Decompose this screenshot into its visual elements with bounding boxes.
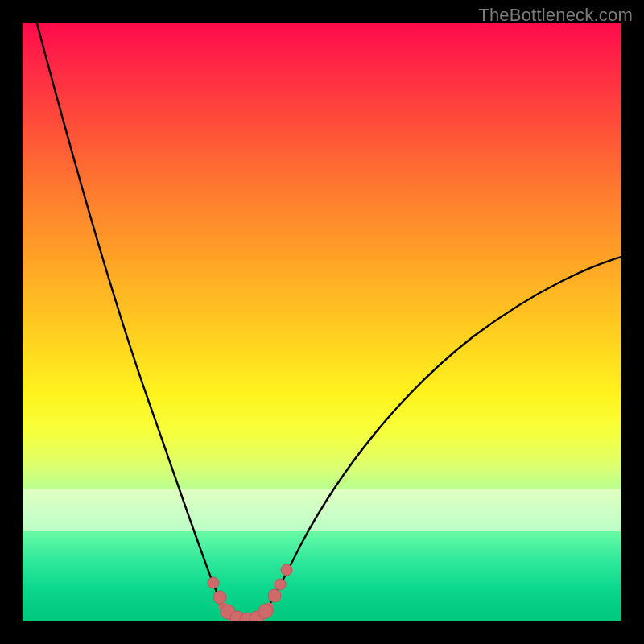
marker-dot xyxy=(268,589,281,602)
curve-layer xyxy=(23,23,621,621)
watermark-text: TheBottleneck.com xyxy=(478,5,633,26)
marker-dot xyxy=(281,564,292,576)
marker-group xyxy=(208,564,292,621)
plot-area xyxy=(23,23,621,621)
marker-dot xyxy=(258,604,273,618)
marker-dot xyxy=(213,591,226,604)
outer-frame: TheBottleneck.com xyxy=(0,0,644,644)
curve-right-branch xyxy=(262,256,621,617)
marker-dot xyxy=(208,577,219,588)
marker-dot xyxy=(275,579,286,590)
curve-left-branch xyxy=(35,23,229,617)
